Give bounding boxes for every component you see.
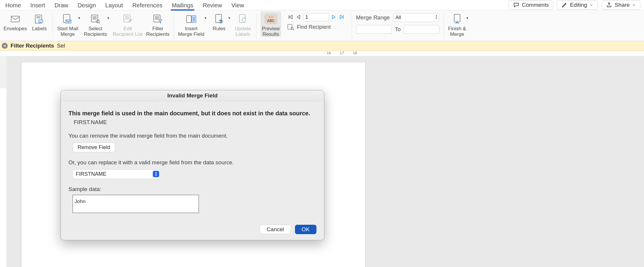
insert-merge-field-dropdown[interactable]: ▾	[204, 11, 207, 20]
first-record-button[interactable]	[287, 14, 294, 21]
ruler-num: 18	[353, 51, 357, 55]
group-write: Insert Merge Field ▾ ? Rules ▾ Update La…	[176, 11, 254, 41]
finish-merge-button[interactable]: Finish & Merge	[448, 11, 466, 37]
svg-rect-4	[66, 20, 71, 23]
separator	[352, 13, 352, 39]
last-record-button[interactable]	[339, 14, 345, 21]
rules-button[interactable]: ? Rules	[210, 11, 228, 32]
comment-icon	[513, 2, 519, 8]
labels-button[interactable]: Labels	[30, 11, 48, 32]
horizontal-ruler[interactable]: 16 17 18	[6, 51, 644, 56]
vertical-ruler[interactable]	[0, 56, 7, 267]
label-icon	[33, 13, 45, 25]
merge-range-to-label: To	[395, 26, 401, 33]
envelopes-button[interactable]: Envelopes	[4, 11, 27, 32]
share-button[interactable]: Share	[601, 0, 640, 10]
record-nav: Find Recipient	[285, 11, 348, 33]
merge-range-from-input[interactable]	[356, 25, 392, 34]
comments-button[interactable]: Comments	[509, 0, 553, 10]
preview-results-label: Preview Results	[262, 26, 280, 37]
select-recipients-label: Select Recipients	[84, 26, 107, 37]
merge-field-icon	[185, 13, 197, 25]
info-bar: ✕ Filter Recipients Sel	[0, 41, 644, 51]
tab-insert[interactable]: Insert	[26, 1, 50, 10]
document-area: 16 17 18 Invalid Merge Field This merge …	[0, 51, 644, 267]
labels-label: Labels	[32, 26, 47, 32]
dialog-replace-para: Or, you can replace it with a valid merg…	[68, 159, 316, 166]
recipients-icon	[90, 13, 101, 25]
share-icon	[606, 2, 612, 8]
editing-label: Editing	[570, 2, 587, 8]
svg-rect-9	[187, 16, 191, 23]
envelopes-label: Envelopes	[4, 26, 27, 32]
tab-review[interactable]: Review	[198, 1, 227, 10]
svg-rect-2	[39, 20, 43, 23]
invalid-merge-field-dialog: Invalid Merge Field This merge field is …	[61, 90, 324, 240]
tab-layout[interactable]: Layout	[100, 1, 128, 10]
find-recipient-button[interactable]: Find Recipient	[287, 23, 345, 31]
rules-icon: ?	[213, 13, 225, 25]
rules-dropdown[interactable]: ▾	[228, 11, 230, 20]
dialog-remove-para: You can remove the invalid merge field f…	[68, 133, 316, 139]
sample-data-box: John	[73, 195, 199, 213]
sample-data-label: Sample data:	[68, 186, 316, 192]
updown-icon: ▲▼	[153, 171, 159, 177]
tab-design[interactable]: Design	[73, 1, 100, 10]
infobar-trail: Sel	[57, 43, 65, 49]
svg-point-16	[291, 27, 294, 30]
group-merge-range: Merge Range All ▲▼ To	[354, 11, 442, 41]
updown-icon: ▲▼	[435, 14, 438, 20]
remove-field-button[interactable]: Remove Field	[73, 143, 115, 152]
finish-merge-dropdown[interactable]: ▾	[466, 11, 468, 20]
start-mail-merge-button[interactable]: Start Mail Merge	[57, 11, 78, 37]
filter-icon	[152, 13, 164, 25]
ribbon: Envelopes Labels Start Mail Merge ▾ Sele…	[0, 10, 644, 41]
close-infobar-button[interactable]: ✕	[2, 43, 8, 49]
editing-mode-button[interactable]: Editing	[557, 0, 598, 10]
edit-list-icon	[122, 13, 134, 25]
select-recipients-button[interactable]: Select Recipients	[84, 11, 107, 37]
record-number-input[interactable]	[303, 13, 329, 21]
finish-merge-label: Finish & Merge	[448, 26, 466, 37]
separator	[53, 13, 53, 39]
ribbon-tabs: Home Insert Draw Design Layout Reference…	[0, 0, 644, 10]
merge-range-label: Merge Range	[356, 14, 390, 21]
insert-merge-field-button[interactable]: Insert Merge Field	[178, 11, 204, 37]
rules-label: Rules	[213, 26, 225, 32]
merge-range-select[interactable]: All ▲▼	[393, 13, 439, 22]
tab-mailings[interactable]: Mailings	[167, 1, 198, 10]
tab-draw[interactable]: Draw	[50, 1, 73, 10]
tab-view[interactable]: View	[227, 1, 249, 10]
find-recipient-label: Find Recipient	[297, 24, 331, 30]
group-create: Envelopes Labels	[1, 11, 51, 41]
filter-recipients-button[interactable]: Filter Recipients	[146, 11, 170, 37]
ok-button[interactable]: OK	[295, 225, 316, 234]
svg-rect-8	[154, 15, 160, 22]
group-finish: Finish & Merge ▾	[446, 11, 471, 41]
start-mail-merge-dropdown[interactable]: ▾	[78, 11, 80, 20]
merge-range-to-input[interactable]	[404, 25, 440, 34]
preview-results-button[interactable]: « »ABC Preview Results	[261, 11, 281, 37]
share-label: Share	[615, 2, 630, 8]
filter-recipients-label: Filter Recipients	[146, 26, 170, 37]
group-preview: « »ABC Preview Results Find Recipient	[258, 11, 350, 41]
edit-recipient-list-button: Edit Recipient List	[113, 11, 143, 37]
separator	[256, 13, 256, 39]
tab-references[interactable]: References	[128, 1, 167, 10]
ruler-num: 17	[340, 51, 344, 55]
envelope-icon	[9, 13, 21, 25]
dialog-title: Invalid Merge Field	[61, 90, 324, 101]
replacement-field-select[interactable]: FIRSTNAME ▲▼	[73, 169, 161, 179]
infobar-filter-label: Filter Recipients	[11, 43, 54, 49]
update-labels-label: Update Labels	[235, 26, 251, 37]
find-icon	[287, 23, 295, 31]
cancel-button[interactable]: Cancel	[260, 225, 291, 234]
next-record-button[interactable]	[331, 14, 337, 21]
tab-home[interactable]: Home	[1, 1, 26, 10]
select-recipients-dropdown[interactable]: ▾	[107, 11, 109, 20]
svg-rect-0	[11, 16, 19, 22]
comments-label: Comments	[522, 2, 549, 8]
insert-merge-field-label: Insert Merge Field	[178, 26, 204, 37]
svg-text:?: ?	[220, 20, 222, 23]
prev-record-button[interactable]	[295, 14, 302, 21]
